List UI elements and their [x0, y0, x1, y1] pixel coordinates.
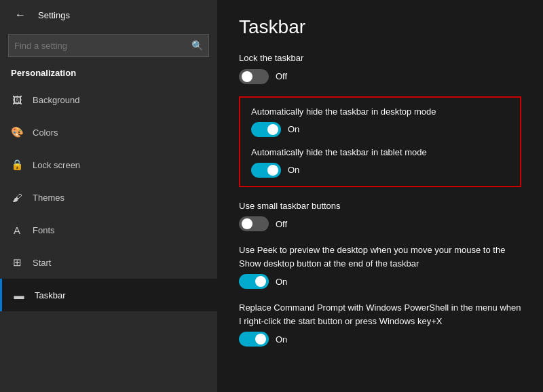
sidebar-item-start[interactable]: ⊞Start [0, 246, 217, 279]
setting-label-auto-hide-desktop: Automatically hide the taskbar in deskto… [251, 106, 509, 118]
toggle-row-lock-taskbar: Off [239, 69, 521, 84]
lock-screen-icon: 🔒 [11, 159, 23, 171]
toggle-auto-hide-tablet[interactable] [251, 163, 281, 178]
nav-list: 🖼Background🎨Colors🔒Lock screen🖌ThemesAFo… [0, 83, 217, 311]
fonts-icon: A [11, 224, 23, 236]
toggle-label-small-buttons: Off [276, 219, 287, 229]
start-icon: ⊞ [11, 256, 23, 269]
setting-group-lock-taskbar: Lock the taskbarOff [239, 52, 521, 84]
toggle-label-auto-hide-tablet: On [288, 165, 299, 175]
sidebar-item-label-background: Background [33, 95, 79, 105]
toggle-lock-taskbar[interactable] [239, 69, 269, 84]
toggle-row-auto-hide-desktop: On [251, 122, 509, 137]
sidebar-item-fonts[interactable]: AFonts [0, 214, 217, 246]
sidebar-item-label-start: Start [33, 258, 51, 268]
toggle-replace-cmd[interactable] [239, 332, 269, 347]
toggle-auto-hide-desktop[interactable] [251, 122, 281, 137]
section-label: Personalization [0, 64, 217, 83]
setting-label-auto-hide-tablet: Automatically hide the taskbar in tablet… [251, 146, 509, 159]
toggle-peek-preview[interactable] [239, 274, 269, 289]
toggle-row-auto-hide-tablet: On [251, 163, 509, 178]
themes-icon: 🖌 [11, 191, 23, 203]
setting-group-replace-cmd: Replace Command Prompt with Windows Powe… [239, 301, 521, 347]
toggle-label-replace-cmd: On [276, 334, 287, 345]
sidebar-item-background[interactable]: 🖼Background [0, 83, 217, 116]
toggle-row-small-buttons: Off [239, 216, 521, 231]
settings-title: Settings [38, 10, 70, 20]
toggle-small-buttons[interactable] [239, 216, 269, 231]
page-title: Taskbar [239, 16, 521, 38]
search-icon[interactable]: 🔍 [191, 40, 203, 51]
setting-group-peek-preview: Use Peek to preview the desktop when you… [239, 243, 521, 289]
sidebar-item-label-taskbar: Taskbar [35, 290, 66, 300]
colors-icon: 🎨 [11, 126, 23, 138]
setting-label-small-buttons: Use small taskbar buttons [239, 199, 521, 213]
main-content: Taskbar Lock the taskbarOffAutomatically… [217, 0, 543, 392]
search-box[interactable]: 🔍 [8, 34, 209, 57]
setting-group-auto-hide-tablet: Automatically hide the taskbar in tablet… [251, 146, 509, 178]
toggle-label-lock-taskbar: Off [276, 71, 287, 81]
toggle-row-replace-cmd: On [239, 332, 521, 347]
sidebar-item-themes[interactable]: 🖌Themes [0, 181, 217, 214]
sidebar: ← Settings 🔍 Personalization 🖼Background… [0, 0, 217, 392]
toggle-label-peek-preview: On [276, 277, 287, 287]
taskbar-icon: ▬ [13, 289, 25, 301]
sidebar-item-label-colors: Colors [33, 128, 58, 138]
setting-label-lock-taskbar: Lock the taskbar [239, 52, 521, 65]
settings-list: Lock the taskbarOffAutomatically hide th… [239, 52, 521, 347]
setting-label-replace-cmd: Replace Command Prompt with Windows Powe… [239, 301, 521, 328]
sidebar-item-label-fonts: Fonts [33, 225, 55, 235]
setting-label-peek-preview: Use Peek to preview the desktop when you… [239, 243, 521, 270]
setting-group-small-buttons: Use small taskbar buttonsOff [239, 199, 521, 232]
sidebar-item-colors[interactable]: 🎨Colors [0, 116, 217, 149]
sidebar-item-label-lock-screen: Lock screen [33, 160, 80, 170]
sidebar-header: ← Settings [0, 0, 217, 30]
setting-group-auto-hide-desktop: Automatically hide the taskbar in deskto… [251, 106, 509, 137]
back-button[interactable]: ← [11, 7, 30, 22]
background-icon: 🖼 [11, 94, 23, 106]
highlight-box: Automatically hide the taskbar in deskto… [239, 96, 521, 187]
toggle-row-peek-preview: On [239, 274, 521, 289]
toggle-label-auto-hide-desktop: On [288, 124, 299, 134]
sidebar-item-label-themes: Themes [33, 193, 64, 203]
sidebar-item-taskbar[interactable]: ▬Taskbar [0, 279, 217, 311]
sidebar-item-lock-screen[interactable]: 🔒Lock screen [0, 149, 217, 181]
search-input[interactable] [14, 41, 191, 51]
